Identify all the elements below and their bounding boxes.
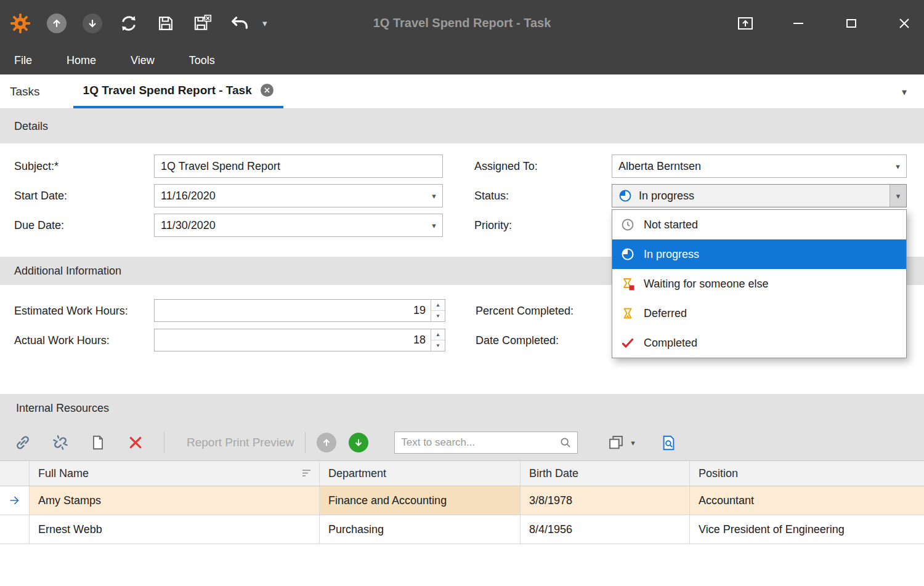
- maximize-icon[interactable]: [841, 14, 861, 33]
- print-preview-icon[interactable]: [660, 433, 678, 452]
- grid-header-row: Full Name Department Birth Date Position: [0, 460, 924, 486]
- delete-icon[interactable]: [126, 433, 145, 452]
- status-value: In progress: [633, 185, 890, 207]
- status-option-in-progress[interactable]: In progress: [612, 239, 906, 269]
- chevron-down-icon[interactable]: ▾: [262, 18, 267, 29]
- titlebar: ▾ 1Q Travel Spend Report - Task: [0, 0, 924, 46]
- save-icon[interactable]: [155, 13, 176, 34]
- assigned-to-field[interactable]: Alberta Berntsen ▾: [612, 155, 907, 178]
- estimated-work-hours-value: 19: [155, 300, 431, 321]
- unlink-icon[interactable]: [51, 433, 70, 452]
- assigned-to-dropdown-icon[interactable]: ▾: [890, 155, 906, 177]
- column-header-department[interactable]: Department: [320, 461, 521, 486]
- grid-row-ernest-webb[interactable]: Ernest Webb Purchasing 8/4/1956 Vice Pre…: [0, 515, 924, 544]
- search-field[interactable]: [394, 431, 578, 454]
- tab-travel-spend-report-label: 1Q Travel Spend Report - Task: [83, 84, 252, 97]
- resources-toolbar: Report Print Preview ▾: [0, 425, 924, 460]
- menu-item-view[interactable]: View: [131, 54, 155, 67]
- actual-work-hours-label: Actual Work Hours:: [14, 334, 110, 347]
- move-row-up-icon[interactable]: [317, 433, 336, 452]
- status-label: Status:: [474, 190, 509, 203]
- cell-value: Accountant: [699, 494, 754, 507]
- app-window: ▾ 1Q Travel Spend Report - Task File Hom…: [0, 0, 924, 586]
- menu-item-file[interactable]: File: [14, 54, 32, 67]
- due-date-label: Due Date:: [14, 219, 64, 232]
- status-option-label: In progress: [644, 248, 699, 261]
- section-details-label: Details: [14, 120, 48, 133]
- minimize-icon[interactable]: [788, 14, 808, 33]
- spin-down-icon[interactable]: ▼: [431, 311, 445, 321]
- actual-work-hours-spinner[interactable]: ▲▼: [431, 329, 445, 351]
- start-date-dropdown-icon[interactable]: ▾: [426, 185, 442, 207]
- column-header-birth-date[interactable]: Birth Date: [521, 461, 690, 486]
- new-document-icon[interactable]: [89, 433, 107, 452]
- assigned-to-value: Alberta Berntsen: [612, 155, 890, 177]
- link-icon[interactable]: [14, 433, 32, 452]
- cell-position[interactable]: Accountant: [690, 486, 924, 515]
- cell-value: Vice President of Engineering: [699, 523, 845, 536]
- column-header-position[interactable]: Position: [690, 461, 924, 486]
- status-option-label: Waiting for someone else: [644, 278, 768, 291]
- cell-position[interactable]: Vice President of Engineering: [690, 515, 924, 544]
- search-icon[interactable]: [559, 436, 577, 449]
- spin-down-icon[interactable]: ▼: [431, 340, 445, 351]
- subject-field[interactable]: [154, 155, 443, 178]
- status-field[interactable]: In progress ▾: [612, 184, 907, 207]
- status-dropdown-list: Not started In progress Waiting for some…: [612, 209, 907, 358]
- report-print-preview-button[interactable]: Report Print Preview: [187, 436, 294, 449]
- column-header-label: Full Name: [38, 467, 89, 480]
- subject-input[interactable]: [155, 155, 442, 177]
- section-header-details: Details: [0, 109, 924, 143]
- start-date-value: 11/16/2020: [155, 185, 426, 207]
- assigned-to-label: Assigned To:: [474, 160, 538, 173]
- estimated-work-hours-field[interactable]: 19 ▲▼: [154, 299, 445, 322]
- due-date-dropdown-icon[interactable]: ▾: [426, 214, 442, 236]
- move-down-circle-icon[interactable]: [83, 14, 102, 33]
- priority-label: Priority:: [474, 219, 512, 232]
- chevron-down-icon[interactable]: ▾: [631, 438, 635, 448]
- cell-birth-date[interactable]: 8/4/1956: [521, 515, 690, 544]
- refresh-icon[interactable]: [118, 13, 139, 34]
- start-date-label: Start Date:: [14, 190, 67, 203]
- cell-full-name[interactable]: Ernest Webb: [30, 515, 320, 544]
- status-option-completed[interactable]: Completed: [612, 328, 906, 358]
- grid-row-amy-stamps[interactable]: Amy Stamps Finance and Accounting 3/8/19…: [0, 486, 924, 515]
- cell-value: Amy Stamps: [38, 494, 101, 507]
- search-input[interactable]: [395, 436, 559, 449]
- menu-item-tools[interactable]: Tools: [189, 54, 215, 67]
- status-option-not-started[interactable]: Not started: [612, 210, 906, 239]
- tab-close-icon[interactable]: [261, 84, 274, 97]
- cell-department[interactable]: Finance and Accounting: [320, 486, 521, 515]
- cell-department[interactable]: Purchasing: [320, 515, 521, 544]
- save-and-close-icon[interactable]: [192, 13, 213, 34]
- status-option-deferred[interactable]: Deferred: [612, 299, 906, 328]
- resources-grid: Full Name Department Birth Date Position…: [0, 460, 924, 544]
- spin-up-icon[interactable]: ▲: [431, 329, 445, 340]
- start-date-field[interactable]: 11/16/2020 ▾: [154, 184, 443, 207]
- subject-label: Subject:*: [14, 160, 59, 173]
- tab-tasks[interactable]: Tasks: [0, 74, 50, 108]
- cell-value: Finance and Accounting: [328, 494, 447, 507]
- undo-icon[interactable]: [229, 13, 250, 34]
- estimated-work-hours-spinner[interactable]: ▲▼: [431, 300, 445, 321]
- move-up-circle-icon[interactable]: [47, 14, 67, 33]
- close-icon[interactable]: [894, 14, 914, 33]
- status-option-waiting[interactable]: Waiting for someone else: [612, 269, 906, 299]
- due-date-field[interactable]: 11/30/2020 ▾: [154, 214, 443, 237]
- move-row-down-icon[interactable]: [349, 433, 368, 452]
- menu-item-home[interactable]: Home: [67, 54, 96, 67]
- status-dropdown-icon[interactable]: ▾: [890, 185, 906, 207]
- tab-list-chevron-icon[interactable]: ▾: [902, 74, 907, 109]
- cell-full-name[interactable]: Amy Stamps: [30, 486, 320, 515]
- focused-row-arrow-icon: [0, 486, 30, 515]
- cell-birth-date[interactable]: 3/8/1978: [521, 486, 690, 515]
- clock-progress-icon: [620, 246, 636, 262]
- export-button[interactable]: ▾: [607, 434, 635, 451]
- popup-window-icon[interactable]: [736, 14, 755, 33]
- quick-access-toolbar: ▾: [10, 0, 267, 46]
- tab-travel-spend-report[interactable]: 1Q Travel Spend Report - Task: [73, 74, 283, 108]
- spin-up-icon[interactable]: ▲: [431, 300, 445, 311]
- column-header-full-name[interactable]: Full Name: [30, 461, 320, 486]
- actual-work-hours-field[interactable]: 18 ▲▼: [154, 329, 445, 351]
- grid-indicator-header: [0, 461, 30, 486]
